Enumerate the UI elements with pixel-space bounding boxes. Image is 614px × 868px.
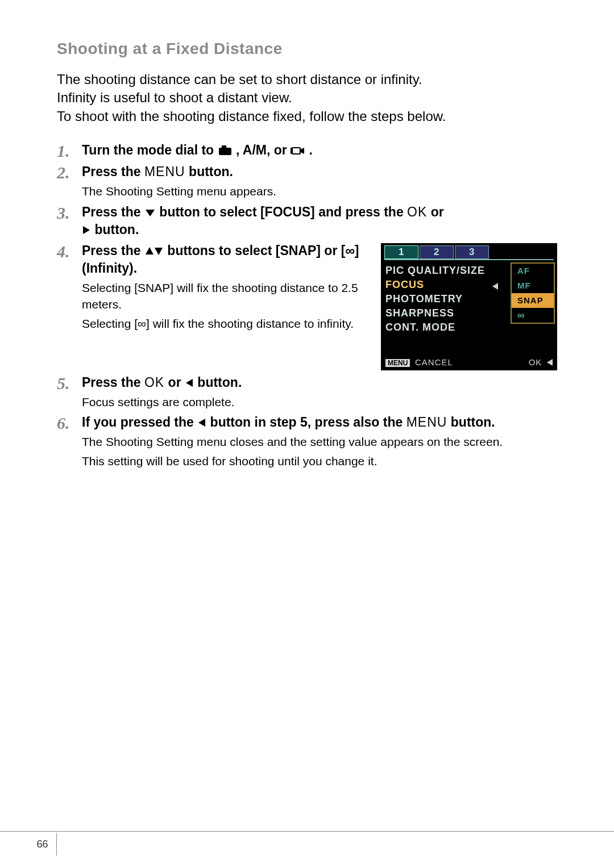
- manual-page: Shooting at a Fixed Distance The shootin…: [0, 0, 614, 469]
- step-5: 5. Press the OK or button. Focus setting…: [57, 374, 557, 410]
- svg-marker-11: [198, 419, 205, 427]
- triangle-right-icon: [82, 225, 91, 235]
- step-2: 2. Press the MENU button. The Shooting S…: [57, 163, 557, 199]
- selection-triangle-icon: [492, 283, 498, 290]
- svg-marker-9: [155, 248, 163, 255]
- step-number: 5.: [57, 374, 82, 410]
- triangle-down-icon: [144, 208, 156, 218]
- lcd-tabs: 1 2 3: [381, 243, 557, 259]
- intro-line: To shoot with the shooting distance fixe…: [57, 107, 557, 126]
- step-number: 3.: [57, 203, 82, 239]
- lcd-option: ∞: [512, 308, 554, 323]
- svg-rect-3: [292, 148, 300, 154]
- lcd-options-box: AF MF SNAP ∞: [511, 262, 555, 324]
- lcd-option: MF: [512, 278, 554, 293]
- step-heading: Press the button to select [FOCUS] and p…: [82, 203, 557, 239]
- triangle-left-icon: [185, 378, 194, 388]
- svg-marker-6: [146, 210, 155, 216]
- step-number: 1.: [57, 141, 82, 160]
- step-subtext: Selecting [∞] will fix the shooting dist…: [82, 315, 371, 332]
- lcd-tab: 3: [455, 245, 489, 259]
- svg-rect-1: [222, 145, 226, 148]
- intro-line: The shooting distance can be set to shor…: [57, 70, 557, 89]
- step-heading: Press the OK or button.: [82, 374, 557, 391]
- svg-point-2: [223, 149, 227, 153]
- step-number: 2.: [57, 163, 82, 199]
- svg-marker-4: [301, 148, 304, 154]
- lcd-footer: MENU CANCEL OK: [381, 356, 557, 370]
- step-subtext: The Shooting Setting menu closes and the…: [82, 433, 557, 450]
- triangle-left-icon: [197, 418, 206, 428]
- lcd-tab: 2: [420, 245, 454, 259]
- step-heading: Turn the mode dial to , A/M, or .: [82, 141, 557, 159]
- step-3: 3. Press the button to select [FOCUS] an…: [57, 203, 557, 239]
- step-number: 4.: [57, 242, 82, 370]
- lcd-tab: 1: [384, 245, 418, 259]
- svg-marker-7: [83, 226, 90, 234]
- movie-icon: [291, 144, 305, 156]
- lcd-cancel-label: CANCEL: [415, 357, 453, 367]
- camera-icon: [218, 144, 233, 156]
- steps-list: 1. Turn the mode dial to , A/M, or . 2.: [57, 141, 557, 469]
- step-1: 1. Turn the mode dial to , A/M, or .: [57, 141, 557, 160]
- lcd-option-selected: SNAP: [512, 293, 554, 308]
- intro-text: The shooting distance can be set to shor…: [57, 70, 557, 126]
- intro-line: Infinity is useful to shoot a distant vi…: [57, 89, 557, 107]
- svg-marker-10: [186, 379, 193, 387]
- triangle-left-icon: [547, 359, 553, 366]
- step-subtext: The Shooting Setting menu appears.: [82, 183, 557, 199]
- step-6: 6. If you pressed the button in step 5, …: [57, 414, 557, 469]
- step-subtext: This setting will be used for shooting u…: [82, 453, 557, 469]
- menu-label-icon: MENU: [385, 359, 410, 367]
- camera-lcd-screenshot: 1 2 3 PIC QUALITY/SIZE FOCUS PHOTOMETRY …: [381, 243, 557, 370]
- step-4: 4. Press the buttons to sele: [57, 242, 557, 370]
- step-subtext: Focus settings are complete.: [82, 394, 557, 410]
- step-heading: Press the MENU button.: [82, 163, 557, 181]
- step-number: 6.: [57, 414, 82, 469]
- lcd-ok-label: OK: [529, 357, 542, 367]
- triangle-up-down-icon: [144, 246, 164, 256]
- step-heading: Press the buttons to select [SNAP] or [∞…: [82, 242, 371, 277]
- footer-divider: [0, 831, 614, 832]
- page-number: 66: [28, 833, 57, 856]
- svg-marker-8: [146, 247, 154, 254]
- lcd-option: AF: [512, 264, 554, 278]
- svg-rect-5: [291, 148, 293, 154]
- step-subtext: Selecting [SNAP] will fix the shooting d…: [82, 279, 371, 313]
- step-heading: If you pressed the button in step 5, pre…: [82, 414, 557, 431]
- section-title: Shooting at a Fixed Distance: [57, 40, 557, 58]
